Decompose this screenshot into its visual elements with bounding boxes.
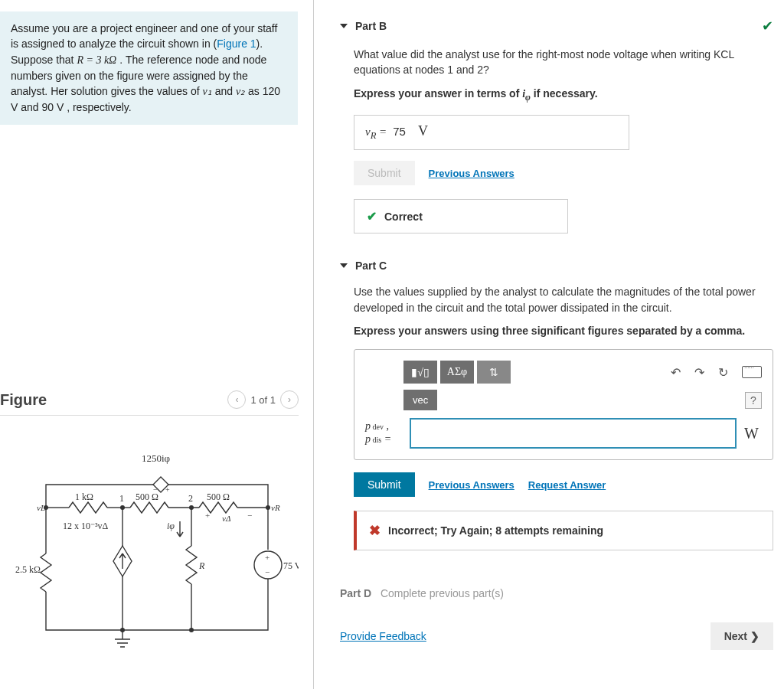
svg-text:+: + bbox=[165, 485, 170, 494]
label-R: R bbox=[198, 560, 205, 571]
request-answer-link[interactable]: Request Answer bbox=[528, 479, 606, 491]
check-icon: ✔ bbox=[367, 209, 377, 224]
provide-feedback-link[interactable]: Provide Feedback bbox=[340, 630, 426, 642]
pager-next-button[interactable]: › bbox=[280, 390, 299, 409]
label-vL: vL bbox=[37, 503, 45, 512]
part-d-msg: Complete previous part(s) bbox=[381, 587, 504, 599]
label-vdelta: vΔ bbox=[222, 514, 230, 523]
problem-statement: Assume you are a project engineer and on… bbox=[0, 11, 298, 125]
submit-button-c[interactable]: Submit bbox=[354, 472, 415, 497]
vec-button[interactable]: vec bbox=[403, 390, 437, 410]
part-b-title: Part B bbox=[355, 20, 387, 32]
previous-answers-link-c[interactable]: Previous Answers bbox=[429, 479, 514, 491]
ans-value: 75 bbox=[393, 125, 406, 138]
figure-link[interactable]: Figure 1 bbox=[217, 38, 256, 50]
part-b-answer-box: vR = 75 V bbox=[354, 115, 629, 150]
correct-feedback: ✔ Correct bbox=[354, 199, 568, 233]
figure-heading: Figure bbox=[0, 391, 47, 409]
ans-prefix: vR = bbox=[365, 126, 387, 142]
label-r3: 500 Ω bbox=[207, 491, 230, 502]
circuit-diagram: − + bbox=[0, 416, 299, 655]
part-c-question: Use the values supplied by the analyst t… bbox=[354, 284, 773, 315]
svg-text:+: + bbox=[265, 553, 270, 562]
answer-input[interactable] bbox=[410, 418, 737, 449]
ans-unit: V bbox=[418, 123, 428, 139]
part-c-header[interactable]: Part C bbox=[337, 253, 776, 278]
problem-and: and bbox=[212, 85, 236, 97]
v2-symbol: v₂ bbox=[236, 86, 245, 97]
label-iphi: iφ bbox=[167, 521, 175, 531]
chevron-right-icon: ❯ bbox=[750, 630, 760, 642]
label-r1: 1 kΩ bbox=[75, 491, 93, 502]
previous-answers-link-b[interactable]: Previous Answers bbox=[429, 168, 514, 179]
label-dep-src: 12 x 10⁻³vΔ bbox=[63, 521, 109, 531]
R-equation: R = 3 kΩ bbox=[77, 54, 116, 66]
next-label: Next bbox=[724, 630, 747, 642]
collapse-icon bbox=[340, 24, 348, 28]
part-b-header[interactable]: Part B ✔ bbox=[337, 11, 776, 41]
undo-button[interactable]: ↶ bbox=[671, 365, 681, 380]
arrows-button[interactable]: ⇅ bbox=[477, 361, 511, 384]
submit-button-b[interactable]: Submit bbox=[354, 161, 415, 185]
x-icon: ✖ bbox=[369, 522, 381, 539]
label-vR: vR bbox=[271, 503, 280, 512]
figure-pager: ‹ 1 of 1 › bbox=[227, 390, 299, 409]
collapse-icon bbox=[340, 263, 348, 268]
part-d-title: Part D bbox=[340, 587, 371, 599]
label-node2: 2 bbox=[188, 493, 193, 504]
keyboard-icon[interactable] bbox=[742, 366, 762, 378]
part-d-row: Part D Complete previous part(s) bbox=[340, 587, 776, 599]
v1-symbol: v₁ bbox=[203, 86, 212, 97]
help-button[interactable]: ? bbox=[745, 392, 762, 409]
pager-prev-button[interactable]: ‹ bbox=[227, 390, 246, 409]
incorrect-feedback: ✖ Incorrect; Try Again; 8 attempts remai… bbox=[354, 511, 773, 550]
label-vdelta-plus: + bbox=[205, 511, 210, 520]
svg-text:−: − bbox=[265, 567, 270, 576]
answer-label: p dev , p dis = bbox=[365, 420, 405, 446]
label-2p5k: 2.5 kΩ bbox=[15, 564, 41, 575]
label-75V: 75 V bbox=[283, 560, 299, 571]
answer-entry-box: ▮√▯ ΑΣφ ⇅ ↶ ↷ ↻ vec ? bbox=[354, 349, 773, 460]
part-c-instruction: Express your answers using three signifi… bbox=[354, 323, 773, 338]
correct-text: Correct bbox=[384, 211, 423, 223]
pager-count: 1 of 1 bbox=[250, 394, 276, 406]
incorrect-text: Incorrect; Try Again; 8 attempts remaini… bbox=[388, 524, 603, 537]
part-c-title: Part C bbox=[355, 260, 387, 272]
label-r2: 500 Ω bbox=[136, 491, 158, 502]
reset-button[interactable]: ↻ bbox=[718, 365, 728, 380]
check-icon: ✔ bbox=[762, 18, 773, 34]
templates-button[interactable]: ▮√▯ bbox=[403, 361, 437, 384]
part-b-question: What value did the analyst use for the r… bbox=[354, 47, 773, 78]
part-b-instruction: Express your answer in terms of iφ if ne… bbox=[354, 86, 773, 105]
redo-button[interactable]: ↷ bbox=[694, 365, 704, 380]
label-vdelta-minus: − bbox=[247, 511, 252, 520]
next-button[interactable]: Next ❯ bbox=[710, 622, 773, 650]
label-top-source: 1250iφ bbox=[142, 452, 170, 464]
answer-unit: W bbox=[741, 425, 762, 442]
label-node1: 1 bbox=[119, 493, 124, 504]
greek-button[interactable]: ΑΣφ bbox=[440, 361, 474, 384]
